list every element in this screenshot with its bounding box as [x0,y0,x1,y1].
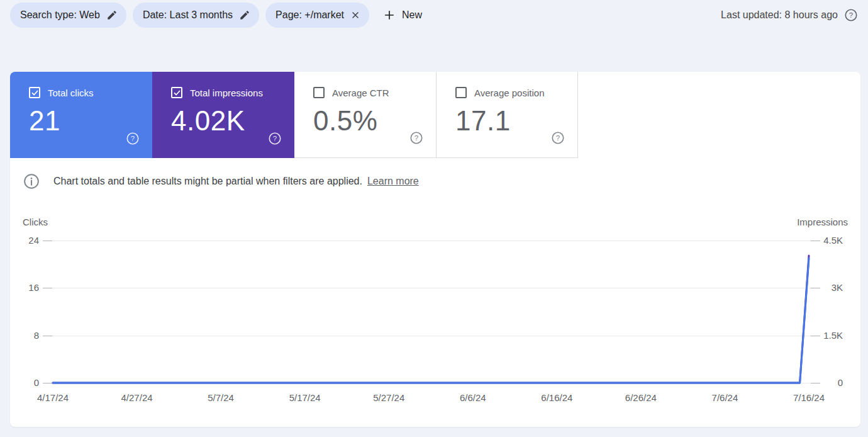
last-updated-text: Last updated: 8 hours ago [721,9,838,21]
filter-chip-search-type[interactable]: Search type: Web [10,3,126,28]
help-icon[interactable]: ? [126,132,140,148]
svg-text:?: ? [131,135,135,142]
performance-panel: Total clicks 21 ? Total impressions 4.02… [10,72,860,427]
total-clicks-checkbox[interactable] [29,87,40,98]
plus-icon [383,9,396,21]
edit-icon[interactable] [239,9,250,21]
help-icon[interactable]: ? [268,132,282,148]
chip-label: Search type: Web [20,9,100,21]
total-impressions-checkbox[interactable] [171,87,182,98]
chip-label: Date: Last 3 months [143,9,233,21]
new-filter-button[interactable]: New [378,3,427,28]
metric-card-total-clicks[interactable]: Total clicks 21 ? [10,72,152,158]
svg-text:?: ? [415,134,418,142]
notice-text: Chart totals and table results might be … [53,176,362,187]
svg-text:?: ? [273,135,277,142]
learn-more-link[interactable]: Learn more [367,176,419,187]
metric-card-average-ctr[interactable]: Average CTR 0.5% ? [294,72,436,158]
edit-icon[interactable] [106,9,118,21]
help-icon[interactable]: ? [409,131,423,147]
metrics-row: Total clicks 21 ? Total impressions 4.02… [10,72,860,158]
svg-text:?: ? [556,134,560,142]
filter-bar: Search type: Web Date: Last 3 months Pag… [10,3,858,28]
metric-label: Average CTR [332,88,389,98]
chart-line-impressions [53,256,809,383]
metric-label: Average position [474,88,544,98]
filter-chip-page[interactable]: Page: +/market [265,3,369,28]
metric-label: Total impressions [190,88,263,98]
chart-line-clicks [53,258,809,383]
metric-label: Total clicks [48,88,94,98]
metric-value: 21 [29,107,142,135]
filter-notice: Chart totals and table results might be … [10,158,860,196]
metric-card-total-impressions[interactable]: Total impressions 4.02K ? [152,72,294,158]
close-icon[interactable] [350,10,360,20]
help-icon[interactable]: ? [844,8,858,22]
chart-plot-area[interactable] [10,214,860,407]
info-icon [23,173,40,190]
metric-card-average-position[interactable]: Average position 17.1 ? [436,72,578,158]
help-icon[interactable]: ? [551,131,565,147]
new-button-label: New [402,9,422,21]
metric-value: 4.02K [171,107,284,135]
filter-chip-date[interactable]: Date: Last 3 months [133,3,259,28]
performance-chart[interactable]: Clicks Impressions 244.5K163K81.5K004/17… [10,214,860,407]
chip-label: Page: +/market [275,9,344,21]
average-ctr-checkbox[interactable] [313,87,325,98]
average-position-checkbox[interactable] [455,87,467,98]
svg-text:?: ? [849,11,853,19]
